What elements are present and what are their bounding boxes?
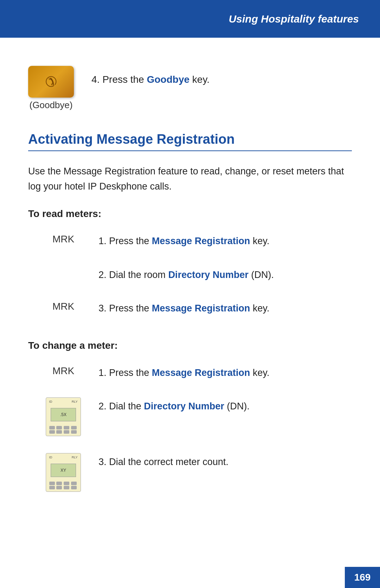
change-step-3: ID RLY XY 3. Dial the correct meter coun… bbox=[28, 453, 352, 492]
header-bar: Using Hospitality features bbox=[0, 0, 380, 38]
goodbye-caption: (Goodbye) bbox=[30, 100, 73, 111]
goodbye-key-image bbox=[28, 66, 74, 98]
step-prefix: Press the bbox=[109, 367, 152, 378]
step-suffix: key. bbox=[250, 236, 270, 246]
read-step-3-icon: MRK bbox=[28, 299, 99, 312]
change-step-1-icon: MRK bbox=[28, 364, 99, 377]
step-number: 2. bbox=[99, 401, 107, 411]
subsection-heading-change: To change a meter: bbox=[28, 340, 352, 351]
phone-screen-1: .5X bbox=[51, 408, 76, 421]
goodbye-key-link: Goodbye bbox=[147, 74, 189, 85]
goodbye-step-prefix: Press the bbox=[102, 74, 147, 85]
mrk-label-change-1: MRK bbox=[52, 364, 74, 377]
step-number: 1. bbox=[99, 367, 107, 378]
change-step-2-text: 2. Dial the Directory Number (DN). bbox=[99, 397, 352, 414]
mrk-label-1: MRK bbox=[52, 232, 74, 245]
goodbye-key-column: (Goodbye) bbox=[28, 66, 74, 111]
page-number: 169 bbox=[345, 567, 380, 588]
step-prefix: Press the bbox=[109, 236, 152, 246]
step-number: 2. bbox=[99, 270, 107, 280]
change-step-2: ID RLY .5X 2. Dial the Directory Number … bbox=[28, 397, 352, 436]
step-number: 1. bbox=[99, 236, 107, 246]
goodbye-step-number: 4. bbox=[91, 74, 100, 85]
read-step-3-text: 3. Press the Message Registration key. bbox=[99, 299, 352, 316]
step-suffix: key. bbox=[250, 367, 270, 378]
step-number: 3. bbox=[99, 303, 107, 314]
change-step-1-text: 1. Press the Message Registration key. bbox=[99, 364, 352, 380]
change-step-3-icon: ID RLY XY bbox=[28, 453, 99, 492]
step-number: 3. bbox=[99, 457, 107, 467]
header-title: Using Hospitality features bbox=[229, 13, 359, 25]
read-step-1-text: 1. Press the Message Registration key. bbox=[99, 232, 352, 249]
step-link: Message Registration bbox=[152, 236, 250, 246]
main-content: (Goodbye) 4. Press the Goodbye key. Acti… bbox=[0, 38, 380, 544]
mrk-label-3: MRK bbox=[52, 299, 74, 312]
step-prefix: Press the bbox=[109, 303, 152, 314]
read-step-2-text: 2. Dial the room Directory Number (DN). bbox=[99, 266, 352, 283]
goodbye-step-suffix: key. bbox=[190, 74, 210, 85]
read-step-1: MRK 1. Press the Message Registration ke… bbox=[28, 232, 352, 249]
subsection-heading-read: To read meters: bbox=[28, 208, 352, 219]
read-step-1-icon: MRK bbox=[28, 232, 99, 245]
phone-image-1: ID RLY .5X bbox=[46, 397, 81, 436]
change-step-1: MRK 1. Press the Message Registration ke… bbox=[28, 364, 352, 380]
phone-keys-1 bbox=[49, 426, 78, 434]
goodbye-row: (Goodbye) 4. Press the Goodbye key. bbox=[28, 66, 352, 111]
section-description: Use the Message Registration feature to … bbox=[28, 164, 352, 194]
step-text-plain: Dial the correct meter count. bbox=[109, 457, 228, 467]
section-heading: Activating Message Registration bbox=[28, 132, 352, 151]
step-suffix: (DN). bbox=[224, 401, 249, 411]
change-step-3-text: 3. Dial the correct meter count. bbox=[99, 453, 352, 470]
step-link: Directory Number bbox=[168, 270, 248, 280]
step-suffix: (DN). bbox=[248, 270, 274, 280]
goodbye-step-text: 4. Press the Goodbye key. bbox=[91, 66, 210, 87]
step-suffix: key. bbox=[250, 303, 270, 314]
change-step-2-icon: ID RLY .5X bbox=[28, 397, 99, 436]
read-step-3: MRK 3. Press the Message Registration ke… bbox=[28, 299, 352, 316]
phone-image-2: ID RLY XY bbox=[46, 453, 81, 492]
phone-keys-2 bbox=[49, 482, 78, 489]
step-link: Directory Number bbox=[144, 401, 224, 411]
step-link: Message Registration bbox=[152, 367, 250, 378]
phone-screen-2: XY bbox=[51, 464, 76, 477]
step-link: Message Registration bbox=[152, 303, 250, 314]
step-prefix: Dial the bbox=[109, 401, 144, 411]
read-step-2: 2. Dial the room Directory Number (DN). bbox=[28, 266, 352, 283]
step-prefix: Dial the room bbox=[109, 270, 168, 280]
